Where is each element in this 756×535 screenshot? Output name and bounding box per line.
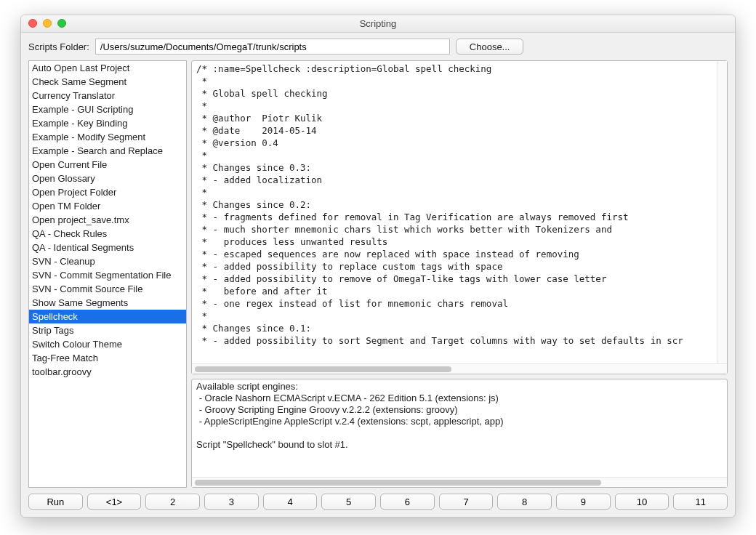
slot-button-11[interactable]: 11 xyxy=(673,494,728,510)
scripts-folder-input[interactable] xyxy=(95,39,450,55)
script-editor-panel: /* :name=Spellcheck :description=Global … xyxy=(191,60,728,374)
slot-button-9[interactable]: 9 xyxy=(556,494,611,510)
script-list-item[interactable]: QA - Check Rules xyxy=(29,227,186,241)
output-console[interactable]: Available script engines: - Oracle Nasho… xyxy=(192,379,727,477)
scrollbar-thumb[interactable] xyxy=(195,366,451,372)
scripting-window: Scripting Scripts Folder: Choose... Auto… xyxy=(20,15,736,518)
script-list-item[interactable]: Spellcheck xyxy=(29,310,186,323)
slot-button-4[interactable]: 4 xyxy=(263,494,318,510)
script-list-item[interactable]: Open project_save.tmx xyxy=(29,213,186,227)
slot-button-10[interactable]: 10 xyxy=(615,494,669,510)
script-list-item[interactable]: Open Glossary xyxy=(29,172,186,185)
slot-button-6[interactable]: 6 xyxy=(380,494,435,510)
output-horizontal-scrollbar[interactable] xyxy=(192,477,727,487)
script-list-item[interactable]: Open TM Folder xyxy=(29,199,186,213)
script-list-item[interactable]: Example - Key Binding xyxy=(29,116,186,130)
script-list-item[interactable]: Tag-Free Match xyxy=(29,351,186,365)
scrollbar-thumb[interactable] xyxy=(195,480,601,486)
script-list-item[interactable]: Example - Search and Replace xyxy=(29,144,186,158)
slot-button-2[interactable]: 2 xyxy=(145,494,200,510)
slot-button-8[interactable]: 8 xyxy=(497,494,552,510)
script-list-item[interactable]: Example - GUI Scripting xyxy=(29,102,186,116)
script-list-item[interactable]: Strip Tags xyxy=(29,323,186,337)
script-list-item[interactable]: SVN - Cleanup xyxy=(29,254,186,268)
slot-button-5[interactable]: 5 xyxy=(321,494,376,510)
script-editor[interactable]: /* :name=Spellcheck :description=Global … xyxy=(192,61,727,363)
script-list-item[interactable]: Currency Translator xyxy=(29,89,186,102)
script-list-item[interactable]: Show Same Segments xyxy=(29,296,186,310)
script-list-item[interactable]: Switch Colour Theme xyxy=(29,337,186,351)
script-list-item[interactable]: Check Same Segment xyxy=(29,75,186,89)
output-panel: Available script engines: - Oracle Nasho… xyxy=(191,379,728,488)
script-list-item[interactable]: Auto Open Last Project xyxy=(29,61,186,75)
main-split: Auto Open Last ProjectCheck Same Segment… xyxy=(21,60,735,488)
zoom-icon[interactable] xyxy=(57,19,66,28)
script-list-item[interactable]: Example - Modify Segment xyxy=(29,130,186,144)
right-column: /* :name=Spellcheck :description=Global … xyxy=(191,60,728,488)
run-button[interactable]: Run xyxy=(28,494,83,510)
traffic-lights xyxy=(28,19,66,28)
slot-button-3[interactable]: 3 xyxy=(204,494,259,510)
choose-button[interactable]: Choose... xyxy=(456,39,524,55)
button-row: Run<1>234567891011 xyxy=(21,488,735,517)
script-list-item[interactable]: QA - Identical Segments xyxy=(29,241,186,254)
script-list-item[interactable]: SVN - Commit Source File xyxy=(29,282,186,296)
script-list-item[interactable]: toolbar.groovy xyxy=(29,365,186,379)
minimize-icon[interactable] xyxy=(43,19,52,28)
window-title: Scripting xyxy=(21,18,735,29)
script-list-item[interactable]: Open Current File xyxy=(29,158,186,172)
titlebar: Scripting xyxy=(21,15,735,33)
editor-vertical-scrollbar[interactable] xyxy=(717,61,727,363)
close-icon[interactable] xyxy=(28,19,37,28)
script-list-item[interactable]: Open Project Folder xyxy=(29,185,186,199)
slot-button-1[interactable]: <1> xyxy=(87,494,142,510)
scripts-folder-label: Scripts Folder: xyxy=(28,41,89,52)
script-list[interactable]: Auto Open Last ProjectCheck Same Segment… xyxy=(28,60,187,488)
script-list-item[interactable]: SVN - Commit Segmentation File xyxy=(29,268,186,282)
editor-horizontal-scrollbar[interactable] xyxy=(192,363,727,374)
slot-button-7[interactable]: 7 xyxy=(439,494,494,510)
toolbar: Scripts Folder: Choose... xyxy=(21,33,735,60)
